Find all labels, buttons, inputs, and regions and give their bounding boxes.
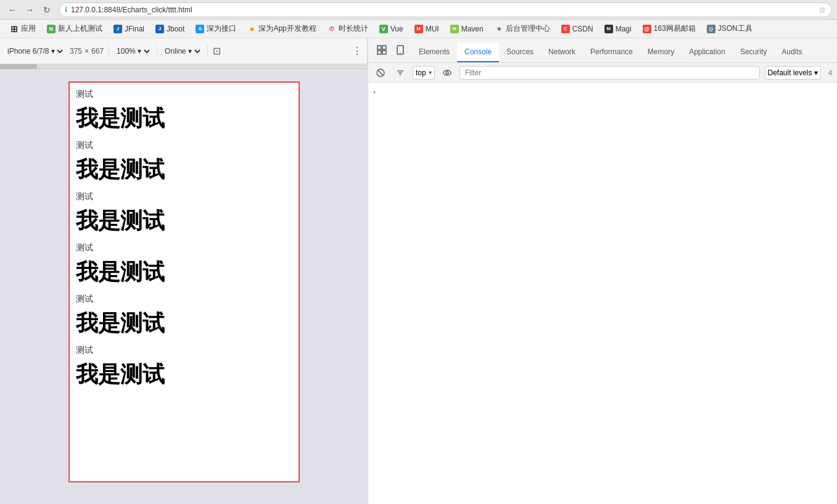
log-levels-selector[interactable]: Default levels ▾ bbox=[765, 66, 821, 80]
maven-icon: M bbox=[450, 25, 459, 33]
bookmark-api-label: 深为接口 bbox=[207, 23, 236, 34]
tab-network[interactable]: Network bbox=[541, 43, 583, 62]
sep-2 bbox=[157, 45, 157, 57]
bookmark-api[interactable]: A 深为接口 bbox=[191, 22, 241, 36]
svg-rect-3 bbox=[382, 51, 386, 54]
bookmarks-bar: ⊞ 应用 N 新人上机测试 J JFinal J Jboot A 深为接口 ◆ … bbox=[0, 20, 837, 38]
svg-rect-0 bbox=[377, 46, 381, 49]
context-arrow-icon: ▾ bbox=[429, 69, 432, 76]
bookmark-json[interactable]: {} JSON工具 bbox=[702, 22, 757, 36]
svg-point-12 bbox=[446, 72, 448, 74]
list-item: 我是测试 bbox=[76, 360, 292, 390]
list-item: 我是测试 bbox=[76, 155, 292, 185]
console-body: › bbox=[368, 83, 837, 504]
bookmark-time[interactable]: ⏱ 时长统计 bbox=[323, 22, 373, 36]
svg-point-5 bbox=[400, 52, 401, 54]
sep-3 bbox=[207, 45, 208, 57]
rotate-icon[interactable]: ⊡ bbox=[213, 45, 221, 57]
clear-console-button[interactable] bbox=[373, 65, 388, 80]
forward-button[interactable]: → bbox=[22, 2, 37, 17]
bookmark-time-label: 时长统计 bbox=[339, 23, 368, 34]
svg-rect-2 bbox=[377, 51, 381, 54]
back-button[interactable]: ← bbox=[5, 2, 20, 17]
tab-console[interactable]: Console bbox=[457, 43, 499, 62]
163-icon: @ bbox=[643, 25, 651, 33]
device-frame: 测试 我是测试 测试 我是测试 测试 我是测试 测试 我是测试 测试 我是测试 … bbox=[68, 81, 300, 482]
bookmark-magi-label: Magi bbox=[616, 25, 632, 33]
devtools-tab-icons bbox=[371, 38, 411, 62]
bookmark-newuser[interactable]: N 新人上机测试 bbox=[42, 22, 107, 36]
tab-memory[interactable]: Memory bbox=[640, 43, 682, 62]
bookmark-csdn[interactable]: C CSDN bbox=[556, 22, 598, 36]
top-scrollbar-thumb bbox=[0, 64, 37, 69]
api-icon: A bbox=[196, 25, 204, 33]
tab-audits[interactable]: Audits bbox=[774, 43, 809, 62]
dimension-display: 375 × 667 bbox=[70, 47, 104, 56]
bookmark-app-dev[interactable]: ◆ 深为App开发教程 bbox=[242, 22, 321, 36]
url-text: 127.0.0.1:8848/Echarts_click/tttt.html bbox=[71, 6, 815, 14]
bookmark-jboot-label: Jboot bbox=[167, 25, 184, 33]
bookmark-csdn-label: CSDN bbox=[572, 25, 593, 33]
svg-line-7 bbox=[378, 70, 383, 75]
nav-buttons: ← → ↻ bbox=[5, 2, 54, 17]
newuser-icon: N bbox=[47, 25, 56, 33]
eye-button[interactable] bbox=[440, 65, 455, 80]
console-expand-icon[interactable]: › bbox=[373, 88, 376, 96]
console-toolbar: top ▾ Default levels ▾ 4 bbox=[368, 63, 837, 83]
inspect-icon[interactable] bbox=[373, 41, 390, 59]
sep-1 bbox=[109, 45, 109, 57]
json-icon: {} bbox=[707, 25, 715, 33]
page-content-area: 测试 我是测试 测试 我是测试 测试 我是测试 测试 我是测试 测试 我是测试 … bbox=[0, 69, 368, 504]
dimension-x: × bbox=[85, 47, 89, 56]
svg-rect-1 bbox=[382, 46, 386, 49]
devtools-panel: Elements Console Sources Network Perform… bbox=[368, 38, 837, 504]
bookmark-maven[interactable]: M Maven bbox=[445, 22, 489, 36]
width-value: 375 bbox=[70, 47, 82, 56]
bookmark-jboot[interactable]: J Jboot bbox=[150, 22, 189, 36]
bookmark-admin-label: 后台管理中心 bbox=[506, 23, 550, 34]
main-area: iPhone 6/7/8 ▾ 375 × 667 100% ▾ Online ▾… bbox=[0, 38, 837, 504]
list-item: 我是测试 bbox=[76, 206, 292, 236]
address-bar[interactable]: ℹ 127.0.0.1:8848/Echarts_click/tttt.html… bbox=[59, 2, 832, 17]
bookmark-magi[interactable]: M Magi bbox=[600, 22, 637, 36]
console-context-selector[interactable]: top ▾ bbox=[413, 66, 435, 80]
bookmark-jfinal[interactable]: J JFinal bbox=[109, 22, 149, 36]
bookmark-vue[interactable]: V Vue bbox=[374, 22, 408, 36]
lock-icon: ℹ bbox=[65, 6, 67, 14]
bookmark-star-icon[interactable]: ☆ bbox=[818, 5, 827, 15]
jfinal-icon: J bbox=[113, 25, 122, 33]
list-item: 我是测试 bbox=[76, 308, 292, 339]
reload-button[interactable]: ↻ bbox=[39, 2, 54, 17]
bookmark-appdev-label: 深为App开发教程 bbox=[258, 23, 316, 34]
tab-sources[interactable]: Sources bbox=[499, 43, 541, 62]
bookmark-jfinal-label: JFinal bbox=[125, 25, 144, 33]
bookmark-163[interactable]: @ 163网易邮箱 bbox=[638, 22, 701, 36]
list-item: 测试 bbox=[76, 191, 292, 202]
list-item: 测试 bbox=[76, 89, 292, 100]
csdn-icon: C bbox=[561, 25, 570, 33]
bookmark-vue-label: Vue bbox=[390, 25, 403, 33]
bookmark-mui[interactable]: M MUI bbox=[410, 22, 444, 36]
apps-icon: ⊞ bbox=[10, 25, 19, 33]
list-item: 测试 bbox=[76, 140, 292, 151]
tab-performance[interactable]: Performance bbox=[583, 43, 640, 62]
magi-icon: M bbox=[604, 25, 613, 33]
tab-elements[interactable]: Elements bbox=[411, 43, 457, 62]
tab-application[interactable]: Application bbox=[682, 43, 733, 62]
bookmark-newuser-label: 新人上机测试 bbox=[58, 23, 102, 34]
list-item: 我是测试 bbox=[76, 104, 292, 134]
bookmark-apps[interactable]: ⊞ 应用 bbox=[5, 22, 41, 36]
device-selector[interactable]: iPhone 6/7/8 ▾ bbox=[5, 46, 65, 56]
more-options-btn[interactable]: ⋮ bbox=[352, 45, 362, 57]
time-icon: ⏱ bbox=[328, 25, 336, 33]
title-bar: ← → ↻ ℹ 127.0.0.1:8848/Echarts_click/ttt… bbox=[0, 0, 837, 20]
console-filter-input[interactable] bbox=[460, 66, 760, 80]
svg-point-11 bbox=[443, 70, 451, 75]
device-mode-icon[interactable] bbox=[392, 41, 409, 59]
zoom-selector[interactable]: 100% ▾ bbox=[114, 46, 152, 56]
network-throttle-selector[interactable]: Online ▾ bbox=[162, 46, 202, 56]
tab-security[interactable]: Security bbox=[733, 43, 774, 62]
filter-button[interactable] bbox=[393, 65, 408, 80]
top-scrollbar bbox=[0, 64, 368, 69]
bookmark-admin[interactable]: ★ 后台管理中心 bbox=[490, 22, 555, 36]
